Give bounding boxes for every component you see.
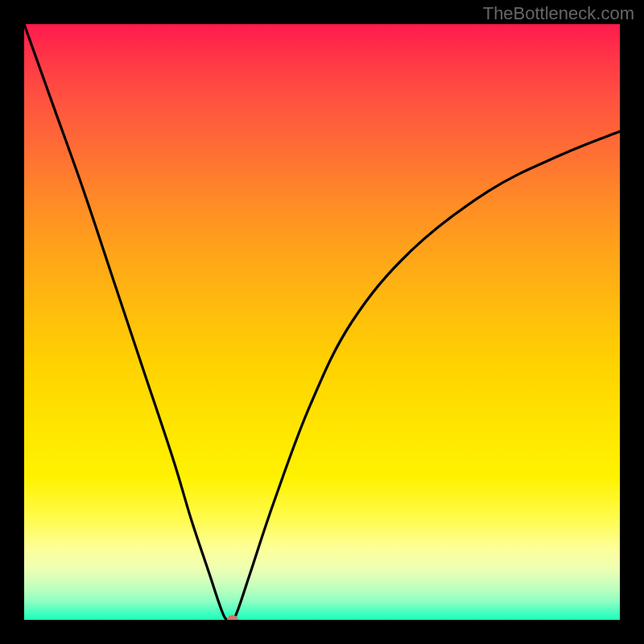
watermark-label: TheBottleneck.com [483,3,634,24]
plot-area [24,24,620,620]
chart-frame: TheBottleneck.com [0,0,644,644]
optimal-point-marker [227,615,238,620]
bottleneck-curve [24,24,620,620]
